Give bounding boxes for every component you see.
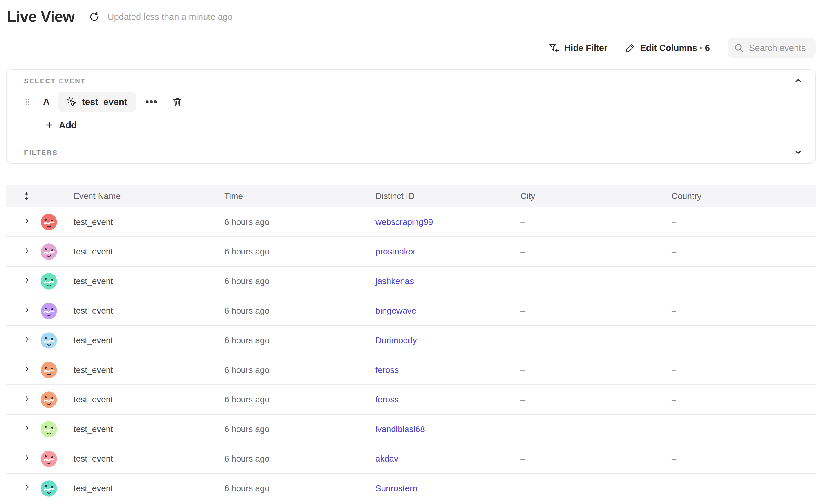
event-name-cell: test_event	[73, 217, 224, 227]
user-avatar	[40, 421, 57, 437]
refresh-icon	[88, 11, 100, 22]
edit-columns-label: Edit Columns · 6	[640, 43, 710, 53]
toolbar: Hide Filter Edit Columns · 6	[548, 38, 816, 58]
event-selector-chip[interactable]: test_event	[58, 91, 136, 112]
chevron-right-icon	[23, 454, 31, 462]
event-name-cell: test_event	[73, 454, 224, 464]
table-row[interactable]: test_event 6 hours ago ivandiblasi68 – –	[6, 415, 816, 444]
delete-event-button[interactable]	[171, 96, 183, 108]
cursor-click-icon	[66, 96, 77, 107]
table-row[interactable]: test_event 6 hours ago akdav – –	[6, 444, 816, 474]
chevron-right-icon	[23, 365, 31, 373]
add-event-button[interactable]: Add	[45, 117, 76, 133]
search-box[interactable]	[728, 38, 816, 58]
table-row[interactable]: test_event 6 hours ago Sunrostern – –	[6, 474, 816, 503]
city-cell: –	[521, 484, 671, 493]
city-cell: –	[521, 217, 671, 227]
table-row[interactable]: test_event 6 hours ago webscraping99 – –	[6, 208, 816, 237]
table-row[interactable]: test_event 6 hours ago bingewave – –	[6, 296, 816, 326]
expand-row-button[interactable]	[23, 247, 31, 255]
expand-row-button[interactable]	[23, 424, 31, 432]
country-cell: –	[671, 336, 816, 345]
collapse-section-button[interactable]	[792, 75, 804, 86]
city-cell: –	[521, 395, 671, 404]
column-header-time[interactable]: Time	[224, 191, 375, 201]
distinct-id-link[interactable]: akdav	[375, 454, 398, 464]
event-name-cell: test_event	[73, 484, 224, 493]
distinct-id-link[interactable]: jashkenas	[375, 276, 414, 286]
collapse-vertical-icon	[22, 191, 34, 201]
trash-icon	[172, 96, 183, 107]
expand-row-button[interactable]	[23, 365, 31, 373]
drag-handle-icon[interactable]	[23, 97, 32, 107]
distinct-id-link[interactable]: feross	[375, 365, 399, 375]
query-panel: SELECT EVENT A	[6, 69, 816, 163]
chevron-right-icon	[23, 483, 31, 491]
updated-status: Updated less than a minute ago	[107, 12, 232, 22]
expand-row-button[interactable]	[23, 483, 31, 491]
country-cell: –	[671, 425, 816, 434]
country-cell: –	[671, 395, 816, 404]
user-avatar	[40, 303, 57, 319]
event-time-cell: 6 hours ago	[224, 336, 375, 345]
chevron-right-icon	[23, 306, 31, 314]
hide-filter-button[interactable]: Hide Filter	[548, 42, 608, 53]
distinct-id-link[interactable]: bingewave	[375, 306, 416, 316]
chevron-right-icon	[23, 395, 31, 403]
expand-row-button[interactable]	[23, 335, 31, 343]
expand-row-button[interactable]	[23, 217, 31, 225]
expand-filters-button[interactable]	[792, 146, 804, 158]
user-avatar	[40, 273, 57, 289]
distinct-id-link[interactable]: webscraping99	[375, 217, 433, 227]
table-row[interactable]: test_event 6 hours ago jashkenas – –	[6, 267, 816, 296]
refresh-button[interactable]	[88, 11, 100, 22]
selected-event-name: test_event	[82, 97, 127, 107]
distinct-id-link[interactable]: Dorimoody	[375, 336, 417, 345]
pencil-icon	[625, 43, 635, 53]
city-cell: –	[521, 454, 671, 464]
chevron-down-icon	[793, 148, 803, 157]
table-row[interactable]: test_event 6 hours ago feross – –	[6, 385, 816, 415]
collapse-all-button[interactable]	[6, 191, 34, 201]
expand-row-button[interactable]	[23, 306, 31, 314]
user-avatar	[40, 244, 57, 260]
search-input[interactable]	[749, 43, 809, 53]
expand-row-button[interactable]	[23, 395, 31, 403]
edit-columns-button[interactable]: Edit Columns · 6	[625, 43, 710, 53]
event-options-button[interactable]	[144, 97, 158, 107]
event-time-cell: 6 hours ago	[224, 365, 375, 375]
select-event-label: SELECT EVENT	[24, 77, 86, 85]
city-cell: –	[521, 306, 671, 316]
user-avatar	[40, 392, 57, 408]
chevron-right-icon	[23, 217, 31, 225]
funnel-plus-icon	[548, 42, 560, 53]
expand-row-button[interactable]	[23, 454, 31, 462]
column-header-distinct-id[interactable]: Distinct ID	[375, 191, 521, 201]
event-name-cell: test_event	[73, 425, 224, 434]
table-row[interactable]: test_event 6 hours ago Dorimoody – –	[6, 326, 816, 356]
column-header-country[interactable]: Country	[671, 191, 816, 201]
event-name-cell: test_event	[73, 336, 224, 345]
filters-section: FILTERS	[7, 143, 815, 162]
chevron-right-icon	[23, 247, 31, 255]
event-time-cell: 6 hours ago	[224, 395, 375, 404]
distinct-id-link[interactable]: ivandiblasi68	[375, 425, 425, 434]
country-cell: –	[671, 365, 816, 375]
country-cell: –	[671, 217, 816, 227]
event-name-cell: test_event	[73, 306, 224, 316]
country-cell: –	[671, 247, 816, 256]
hide-filter-label: Hide Filter	[564, 43, 608, 53]
table-row[interactable]: test_event 6 hours ago feross – –	[6, 356, 816, 385]
distinct-id-link[interactable]: prostoalex	[375, 247, 415, 256]
expand-row-button[interactable]	[23, 276, 31, 284]
user-avatar	[40, 332, 57, 349]
filters-label: FILTERS	[24, 149, 58, 157]
distinct-id-link[interactable]: feross	[375, 395, 399, 404]
dots-menu-icon	[145, 97, 157, 106]
column-header-city[interactable]: City	[521, 191, 671, 201]
column-header-event-name[interactable]: Event Name	[73, 191, 224, 201]
table-row[interactable]: test_event 6 hours ago prostoalex – –	[6, 237, 816, 267]
search-icon	[734, 43, 744, 53]
event-time-cell: 6 hours ago	[224, 217, 375, 227]
distinct-id-link[interactable]: Sunrostern	[375, 484, 417, 493]
